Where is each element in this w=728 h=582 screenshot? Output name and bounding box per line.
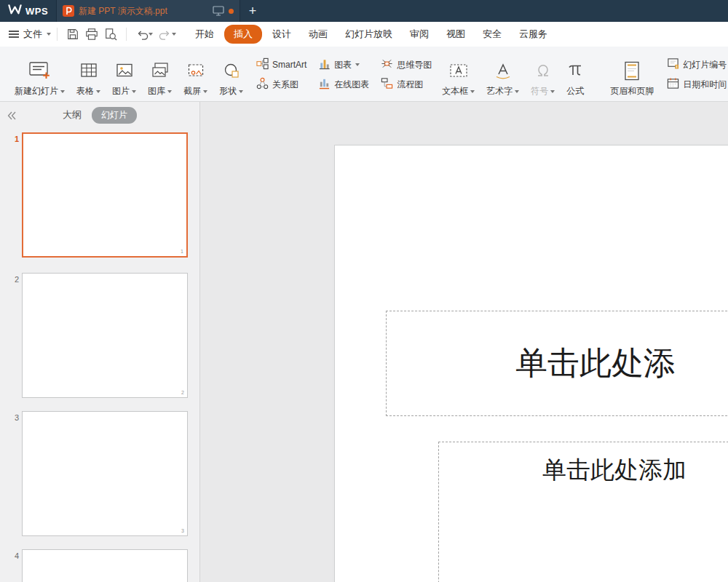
header-footer-button[interactable]: 页眉和页脚 [606,50,658,99]
ppt-file-icon [63,5,74,17]
undo-button[interactable] [132,26,156,42]
collapse-panel-button[interactable] [7,110,16,123]
file-caret-icon [47,33,51,36]
smartart-icon [256,57,269,72]
subtitle-placeholder[interactable]: 单击此处添加 [438,442,728,582]
modified-indicator-dot [229,9,234,14]
picture-label: 图片 [112,85,130,97]
tab-animation[interactable]: 动画 [301,25,335,44]
new-slide-icon [29,60,51,81]
word-art-icon [494,60,513,81]
table-caret-icon [96,90,100,93]
online-chart-label: 在线图表 [334,79,369,91]
slide-number-gutter: 3 [10,411,19,422]
date-time-button[interactable]: 日期和时间 [667,77,727,92]
titlebar: WPS 新建 PPT 演示文稿.ppt + [0,0,728,22]
table-label: 表格 [76,85,94,97]
word-art-caret-icon [515,90,519,93]
screenshot-caret-icon [203,90,207,93]
new-tab-button[interactable]: + [240,0,265,22]
slide-canvas[interactable]: 单击此处添 单击此处添加 [335,146,728,582]
picture-button[interactable]: 图片 [108,50,141,99]
slide-number-label: 幻灯片编号 [683,59,727,71]
shapes-caret-icon [239,90,243,93]
slide-thumbnail-row-1: 1 1 [10,132,188,258]
formula-button[interactable]: 公式 [562,50,588,99]
hamburger-menu-icon [9,31,19,38]
tab-slideshow[interactable]: 幻灯片放映 [338,25,400,44]
relationship-diagram-icon [256,77,269,92]
menu-tabs: 开始 插入 设计 动画 幻灯片放映 审阅 视图 安全 云服务 [188,25,555,44]
save-button[interactable] [63,25,82,43]
tab-outline[interactable]: 大纲 [63,108,82,121]
slide-thumbnail[interactable]: 1 [22,132,188,258]
word-art-button[interactable]: 艺术字 [482,50,523,99]
online-chart-icon [318,77,331,92]
slide-thumbnail[interactable]: 3 [22,411,188,536]
mind-map-button[interactable]: 思维导图 [381,57,432,72]
document-tab[interactable]: 新建 PPT 演示文稿.ppt [57,0,240,22]
symbol-omega-icon [534,60,552,81]
tab-view[interactable]: 视图 [439,25,472,44]
screenshot-button[interactable]: 截屏 [179,50,212,99]
tab-home[interactable]: 开始 [188,25,221,44]
chart-button[interactable]: 图表 [318,57,369,72]
new-slide-button[interactable]: 新建幻灯片 [10,50,69,99]
shapes-button[interactable]: 形状 [215,50,248,99]
wps-presentation-window: WPS 新建 PPT 演示文稿.ppt + 文件 [0,0,728,582]
print-preview-button[interactable] [101,25,120,43]
play-on-monitor-icon[interactable] [213,6,224,16]
text-box-button[interactable]: 文本框 [438,50,479,99]
table-icon [80,60,98,81]
ribbon-group-maps: 思维导图 流程图 [381,50,432,99]
smartart-button[interactable]: SmartArt [256,57,306,72]
ribbon-group-charts: 图表 在线图表 [318,50,369,99]
slide-number-gutter: 2 [10,273,19,284]
new-slide-label: 新建幻灯片 [15,85,58,97]
formula-pi-icon [566,60,584,81]
relationship-diagram-button[interactable]: 关系图 [256,77,306,92]
tab-insert[interactable]: 插入 [224,25,262,44]
redo-button[interactable] [156,26,179,42]
tab-design[interactable]: 设计 [265,25,298,44]
wps-logo-text: WPS [25,6,48,17]
online-chart-button[interactable]: 在线图表 [318,77,369,92]
gallery-caret-icon [167,90,172,93]
gallery-button[interactable]: 图库 [143,50,176,99]
text-box-caret-icon [470,90,475,93]
thumbnail-page-number: 2 [181,390,184,395]
text-box-icon [449,60,468,81]
wps-logo-icon [8,4,22,17]
flowchart-button[interactable]: 流程图 [381,77,432,92]
chart-icon [318,57,331,72]
date-time-icon [667,77,679,92]
header-footer-icon [623,60,641,81]
screenshot-label: 截屏 [183,85,201,97]
ribbon-insert: 新建幻灯片 表格 图片 图库 截屏 [0,47,728,102]
title-placeholder[interactable]: 单击此处添 [386,311,728,416]
tab-slides[interactable]: 幻灯片 [92,107,137,124]
symbol-button[interactable]: 符号 [526,50,559,99]
word-art-label: 艺术字 [486,85,513,97]
gallery-icon [151,60,169,81]
thumbnail-page-number: 1 [181,249,183,254]
text-box-label: 文本框 [442,85,468,97]
tab-review[interactable]: 审阅 [403,25,436,44]
slide-number-gutter: 4 [10,549,19,560]
separator [126,28,127,41]
file-menu[interactable]: 文件 [9,28,51,41]
slide-thumbnail[interactable] [22,549,188,582]
title-placeholder-text: 单击此处添 [515,342,676,385]
slide-thumbnail[interactable]: 2 [22,273,188,398]
slide-number-button[interactable]: 幻灯片编号 [667,57,727,72]
screenshot-icon [187,60,205,81]
tab-cloud[interactable]: 云服务 [512,25,555,44]
symbol-label: 符号 [531,85,548,97]
print-button[interactable] [82,25,101,43]
tab-security[interactable]: 安全 [475,25,509,44]
wps-logo[interactable]: WPS [0,0,57,22]
subtitle-placeholder-text: 单击此处添加 [542,454,728,487]
table-button[interactable]: 表格 [72,50,105,99]
chart-label: 图表 [334,59,352,71]
undo-caret-icon [149,33,153,36]
